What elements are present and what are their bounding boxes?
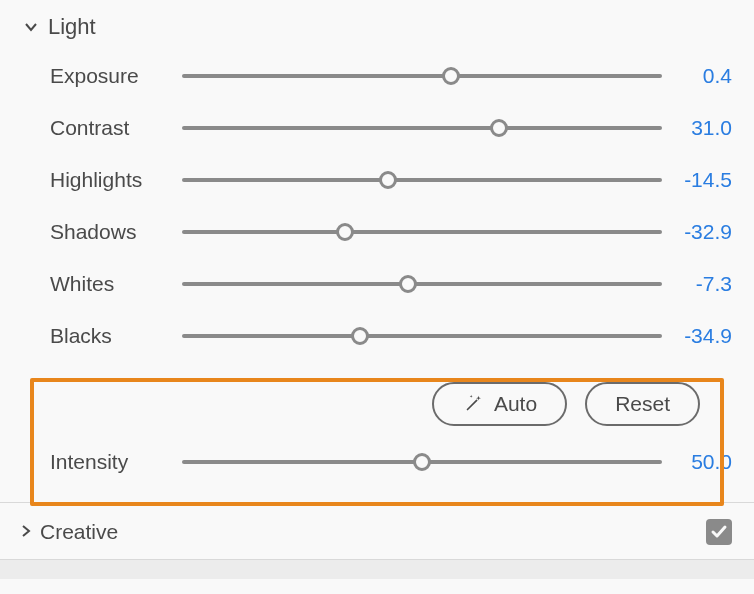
highlights-slider-thumb[interactable] [379,171,397,189]
shadows-label: Shadows [50,220,182,244]
contrast-slider-thumb[interactable] [490,119,508,137]
whites-value[interactable]: -7.3 [674,272,754,296]
intensity-slider-row: Intensity 50.0 [0,436,754,488]
reset-button-label: Reset [615,392,670,416]
chevron-right-icon [18,520,34,544]
contrast-slider[interactable] [182,116,662,140]
auto-button[interactable]: Auto [432,382,567,426]
creative-section-header: Creative [0,503,754,559]
intensity-label: Intensity [50,450,182,474]
shadows-value[interactable]: -32.9 [674,220,754,244]
svg-line-0 [467,400,476,409]
exposure-label: Exposure [50,64,182,88]
exposure-value[interactable]: 0.4 [674,64,754,88]
auto-button-label: Auto [494,392,537,416]
slider-row-blacks: Blacks-34.9 [0,310,754,362]
blacks-slider[interactable] [182,324,662,348]
intensity-slider-thumb[interactable] [413,453,431,471]
exposure-slider[interactable] [182,64,662,88]
whites-label: Whites [50,272,182,296]
highlights-label: Highlights [50,168,182,192]
intensity-slider[interactable] [182,450,662,474]
button-row: Auto Reset [0,362,754,436]
contrast-label: Contrast [50,116,182,140]
contrast-slider-track [182,126,662,130]
contrast-value[interactable]: 31.0 [674,116,754,140]
whites-slider-thumb[interactable] [399,275,417,293]
chevron-down-icon [22,18,40,36]
creative-toggle[interactable]: Creative [18,520,118,544]
light-section-header[interactable]: Light [0,8,754,50]
exposure-slider-track [182,74,662,78]
magic-wand-icon [462,393,484,415]
slider-row-shadows: Shadows-32.9 [0,206,754,258]
whites-slider[interactable] [182,272,662,296]
blacks-value[interactable]: -34.9 [674,324,754,348]
shadows-slider[interactable] [182,220,662,244]
shadows-slider-track [182,230,662,234]
highlights-slider-track [182,178,662,182]
creative-section-title: Creative [40,520,118,544]
creative-enable-checkbox[interactable] [706,519,732,545]
lumetri-panel: Light Exposure0.4Contrast31.0Highlights-… [0,0,754,594]
blacks-slider-thumb[interactable] [351,327,369,345]
slider-row-contrast: Contrast31.0 [0,102,754,154]
slider-row-whites: Whites-7.3 [0,258,754,310]
blacks-label: Blacks [50,324,182,348]
intensity-value[interactable]: 50.0 [674,450,754,474]
blacks-slider-track [182,334,662,338]
slider-row-exposure: Exposure0.4 [0,50,754,102]
highlights-value[interactable]: -14.5 [674,168,754,192]
highlights-slider[interactable] [182,168,662,192]
light-section: Light Exposure0.4Contrast31.0Highlights-… [0,0,754,362]
panel-bottom-bar [0,559,754,579]
slider-row-highlights: Highlights-14.5 [0,154,754,206]
light-section-title: Light [48,14,96,40]
exposure-slider-thumb[interactable] [442,67,460,85]
whites-slider-track [182,282,662,286]
shadows-slider-thumb[interactable] [336,223,354,241]
reset-button[interactable]: Reset [585,382,700,426]
